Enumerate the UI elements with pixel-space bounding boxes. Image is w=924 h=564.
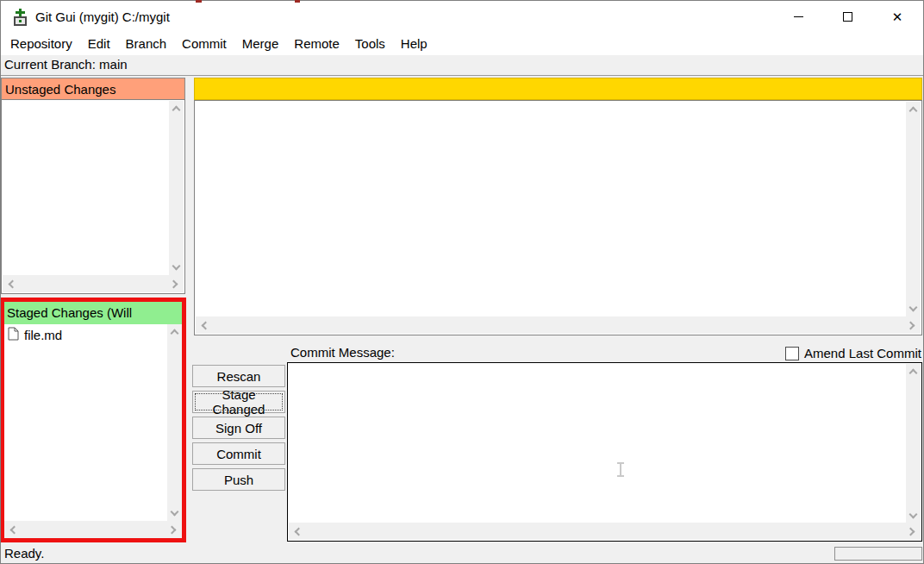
menu-item-commit[interactable]: Commit <box>174 33 234 55</box>
close-button[interactable]: ✕ <box>877 1 917 33</box>
amend-checkbox-label: Amend Last Commit <box>804 346 921 360</box>
commit-button[interactable]: Commit <box>192 442 285 465</box>
sign-off-button[interactable]: Sign Off <box>192 417 285 439</box>
file-name: file.md <box>24 328 62 342</box>
progress-bar <box>834 547 922 561</box>
scroll-up-icon[interactable] <box>909 107 918 116</box>
diff-horizontal-scrollbar[interactable] <box>196 316 921 334</box>
annotation-mark <box>295 0 300 3</box>
scroll-down-icon[interactable] <box>172 262 181 271</box>
unstaged-horizontal-scrollbar[interactable] <box>3 275 184 292</box>
current-branch-label: Current Branch: main <box>1 55 923 74</box>
scroll-left-icon[interactable] <box>10 525 19 534</box>
close-icon: ✕ <box>892 9 903 25</box>
scroll-down-icon[interactable] <box>171 508 179 517</box>
file-icon <box>8 327 19 343</box>
commit-message-textarea[interactable] <box>287 362 922 542</box>
window-title: Git Gui (mygit) C:/mygit <box>35 1 170 33</box>
status-text: Ready. <box>1 545 923 562</box>
scroll-up-icon[interactable] <box>171 329 179 338</box>
scroll-down-icon[interactable] <box>909 304 918 312</box>
scroll-up-icon[interactable] <box>909 369 918 378</box>
commit-horizontal-scrollbar[interactable] <box>289 523 921 540</box>
scroll-left-icon[interactable] <box>202 321 210 329</box>
status-bar: Ready. <box>1 545 923 563</box>
menu-item-remote[interactable]: Remote <box>286 33 347 55</box>
menu-item-edit[interactable]: Edit <box>80 33 118 55</box>
git-gui-app-icon <box>12 9 28 27</box>
unstaged-changes-header[interactable]: Unstaged Changes <box>1 78 185 100</box>
scroll-right-icon[interactable] <box>907 527 915 536</box>
staged-changes-highlight-box: Staged Changes (Will Commit) file.md <box>0 298 186 542</box>
text-cursor-pointer <box>615 462 625 477</box>
amend-checkbox[interactable] <box>785 347 799 360</box>
stage-changed-button[interactable]: Stage Changed <box>192 391 285 413</box>
diff-viewer[interactable] <box>194 100 922 335</box>
menu-item-tools[interactable]: Tools <box>347 33 393 55</box>
minimize-icon <box>794 16 803 17</box>
push-button[interactable]: Push <box>192 468 285 491</box>
diff-header-bar <box>194 78 922 100</box>
commit-message-label: Commit Message: <box>290 345 395 360</box>
menu-item-help[interactable]: Help <box>393 33 435 55</box>
scroll-right-icon[interactable] <box>168 525 177 534</box>
rescan-button[interactable]: Rescan <box>192 365 285 387</box>
scroll-up-icon[interactable] <box>172 106 181 115</box>
minimize-button[interactable] <box>778 1 818 33</box>
staged-horizontal-scrollbar[interactable] <box>4 521 182 538</box>
staged-file-list[interactable]: file.md <box>4 324 182 538</box>
staged-changes-header[interactable]: Staged Changes (Will Commit) <box>4 302 182 324</box>
menu-item-merge[interactable]: Merge <box>234 33 287 55</box>
commit-vertical-scrollbar[interactable] <box>906 364 921 523</box>
amend-last-commit-control[interactable]: Amend Last Commit <box>785 346 921 360</box>
scroll-right-icon[interactable] <box>170 279 178 288</box>
menu-item-repository[interactable]: Repository <box>3 33 80 55</box>
menu-item-branch[interactable]: Branch <box>118 33 175 55</box>
scroll-left-icon[interactable] <box>295 527 303 536</box>
annotation-mark <box>196 0 202 3</box>
unstaged-vertical-scrollbar[interactable] <box>169 101 184 275</box>
unstaged-file-list[interactable] <box>1 99 185 294</box>
maximize-button[interactable] <box>827 1 867 33</box>
diff-vertical-scrollbar[interactable] <box>906 102 921 316</box>
list-item[interactable]: file.md <box>4 324 164 343</box>
menubar: Repository Edit Branch Commit Merge Remo… <box>1 33 923 55</box>
branch-bar: Current Branch: main <box>1 55 923 76</box>
scroll-right-icon[interactable] <box>907 321 915 329</box>
scroll-down-icon[interactable] <box>909 511 918 519</box>
window-titlebar[interactable]: Git Gui (mygit) C:/mygit ✕ <box>1 1 923 33</box>
scroll-left-icon[interactable] <box>9 279 17 288</box>
maximize-icon <box>843 12 852 22</box>
staged-vertical-scrollbar[interactable] <box>167 324 182 521</box>
